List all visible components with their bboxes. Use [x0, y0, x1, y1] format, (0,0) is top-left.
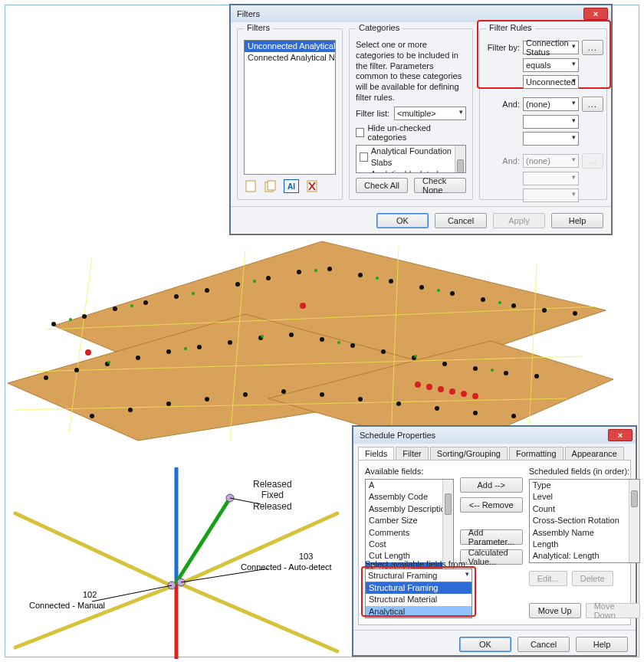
- list-item[interactable]: Structural Material: [366, 594, 472, 605]
- and-1-field-dropdown[interactable]: (none): [523, 97, 579, 111]
- and-1-value-dropdown[interactable]: [523, 132, 579, 146]
- filters-list-item[interactable]: Connected Analytical Nodes: [245, 52, 335, 64]
- filter-rules-group: Filter Rules Filter by: Connection Statu…: [479, 28, 607, 200]
- svg-point-17: [266, 276, 271, 280]
- and-1-op-dropdown[interactable]: [523, 115, 579, 129]
- svg-point-26: [542, 308, 547, 313]
- list-item[interactable]: Assembly Name: [530, 527, 640, 539]
- move-up-button[interactable]: Move Up: [529, 603, 581, 618]
- ok-button[interactable]: OK: [459, 637, 511, 652]
- list-item[interactable]: Structural Framing: [366, 582, 472, 594]
- filter-op-dropdown[interactable]: equals: [523, 58, 579, 72]
- filters-list[interactable]: Unconnected Analytical Nodes Connected A…: [244, 40, 336, 175]
- node-102-number: 102: [83, 590, 97, 599]
- scrollbar-thumb[interactable]: [457, 159, 464, 174]
- add-parameter-button[interactable]: Add Parameter...: [460, 529, 523, 545]
- filters-titlebar[interactable]: Filters ×: [231, 5, 611, 22]
- duplicate-filter-icon[interactable]: [264, 179, 278, 193]
- list-item[interactable]: Assembly Code: [366, 491, 453, 503]
- list-item[interactable]: Camber Size: [366, 515, 453, 526]
- list-item[interactable]: Length: [530, 539, 640, 550]
- categories-list[interactable]: Analytical Foundation Slabs Analytical I…: [356, 145, 466, 174]
- new-filter-icon[interactable]: [244, 179, 258, 193]
- svg-line-79: [15, 513, 172, 586]
- ok-button[interactable]: OK: [376, 213, 429, 228]
- list-item[interactable]: Count: [530, 503, 640, 515]
- tab-filter[interactable]: Filter: [396, 447, 428, 460]
- svg-point-13: [143, 300, 148, 305]
- remove-field-button[interactable]: <-- Remove: [460, 497, 523, 513]
- scheduled-delete-button: Delete: [572, 571, 613, 586]
- available-scrollbar[interactable]: [442, 480, 453, 570]
- add-field-button[interactable]: Add -->: [460, 477, 523, 493]
- svg-point-31: [136, 356, 140, 360]
- check-all-button[interactable]: Check All: [356, 178, 408, 193]
- list-item[interactable]: Assembly Description: [366, 503, 453, 515]
- svg-point-64: [498, 301, 501, 304]
- rename-filter-icon[interactable]: AI: [284, 179, 299, 193]
- svg-point-70: [491, 369, 494, 372]
- filter-list-dropdown[interactable]: <multiple>: [394, 107, 466, 120]
- svg-point-47: [166, 401, 171, 406]
- svg-point-18: [297, 270, 301, 274]
- cancel-button[interactable]: Cancel: [518, 637, 570, 652]
- filters-list-item[interactable]: Unconnected Analytical Nodes: [245, 41, 335, 52]
- list-item[interactable]: A: [366, 480, 453, 491]
- close-icon[interactable]: ×: [583, 8, 608, 20]
- select-fields-from-dropdown[interactable]: Structural Framing: [365, 569, 472, 582]
- scheduled-fields-label: Scheduled fields (in order):: [529, 467, 641, 476]
- schedule-properties-dialog: Schedule Properties × Fields Filter Sort…: [353, 426, 636, 656]
- svg-point-48: [205, 397, 209, 401]
- category-item[interactable]: Analytical Foundation Slabs: [356, 146, 465, 169]
- available-fields-list[interactable]: A Assembly Code Assembly Description Cam…: [365, 479, 454, 571]
- select-fields-from-area: Select available fields from: Structural…: [365, 559, 472, 618]
- tab-appearance[interactable]: Appearance: [565, 447, 624, 460]
- category-item[interactable]: Analytical Isolated Foundati…: [356, 169, 465, 173]
- svg-point-11: [82, 314, 87, 319]
- scrollbar-thumb[interactable]: [445, 493, 452, 515]
- svg-point-71: [415, 382, 421, 388]
- categories-scrollbar[interactable]: [455, 146, 465, 173]
- and-1-browse-button[interactable]: ...: [582, 97, 603, 112]
- filter-by-dropdown[interactable]: Connection Status: [523, 41, 579, 54]
- scrollbar-thumb[interactable]: [631, 490, 638, 507]
- list-item[interactable]: Cross-Section Rotation: [530, 515, 640, 526]
- release-line-3: Released: [253, 501, 292, 512]
- list-item[interactable]: Analytical: Length: [530, 550, 640, 562]
- filter-value-dropdown[interactable]: Unconnected: [523, 75, 579, 89]
- tab-sorting[interactable]: Sorting/Grouping: [430, 447, 508, 460]
- check-none-button[interactable]: Check None: [414, 178, 466, 193]
- list-item[interactable]: Cost: [366, 539, 453, 550]
- delete-filter-icon[interactable]: [305, 179, 319, 193]
- svg-point-59: [192, 292, 195, 295]
- svg-point-60: [253, 280, 256, 283]
- list-item[interactable]: Type: [530, 480, 640, 491]
- svg-point-58: [130, 304, 133, 307]
- schedule-titlebar[interactable]: Schedule Properties ×: [353, 427, 636, 444]
- scheduled-fields-list[interactable]: Type Level Count Cross-Section Rotation …: [529, 479, 641, 563]
- svg-point-61: [314, 269, 317, 272]
- tab-formatting[interactable]: Formatting: [509, 447, 564, 460]
- svg-point-54: [435, 406, 439, 411]
- list-item[interactable]: Analytical: [366, 606, 472, 618]
- svg-point-55: [473, 411, 478, 415]
- and-2-browse-button: ...: [582, 153, 603, 169]
- list-item[interactable]: Level: [530, 491, 640, 503]
- filter-by-browse-button[interactable]: ...: [582, 40, 603, 55]
- node-103-number: 103: [299, 552, 313, 561]
- connection-annotation-diagram: Released Fixed Released 103 Connected - …: [0, 467, 353, 659]
- help-button[interactable]: Help: [551, 213, 603, 228]
- apply-button: Apply: [493, 213, 545, 228]
- svg-rect-94: [268, 181, 275, 190]
- scheduled-scrollbar[interactable]: [629, 480, 639, 562]
- list-item[interactable]: Comments: [366, 527, 453, 539]
- svg-point-52: [358, 397, 363, 401]
- help-button[interactable]: Help: [576, 637, 628, 652]
- close-icon[interactable]: ×: [608, 429, 632, 441]
- select-fields-from-options[interactable]: Structural Framing Structural Material A…: [365, 582, 472, 618]
- svg-point-57: [69, 318, 72, 321]
- cancel-button[interactable]: Cancel: [435, 213, 487, 228]
- hide-unchecked-checkbox[interactable]: Hide un-checked categories: [356, 123, 466, 142]
- list-item[interactable]: Analytical: Member Number: [530, 562, 640, 563]
- tab-fields[interactable]: Fields: [358, 447, 394, 460]
